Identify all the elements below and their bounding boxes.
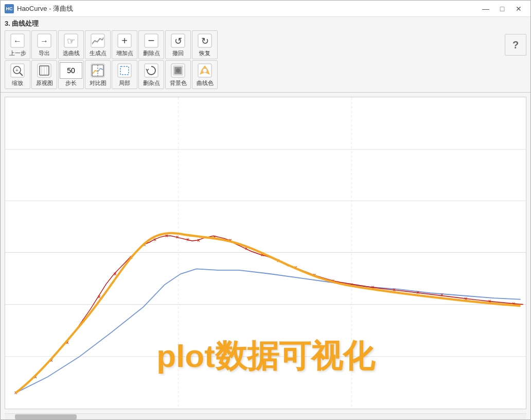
compare-icon	[90, 62, 106, 79]
toolbar-row-1: ← 上一步 → 导出 ☞ 选曲线	[5, 30, 526, 59]
generate-points-label: 生成点	[90, 50, 107, 57]
bg-color-icon	[170, 62, 186, 79]
export-label: 导出	[39, 50, 50, 57]
original-view-icon	[36, 62, 52, 79]
generate-points-icon	[90, 32, 106, 49]
svg-rect-29	[145, 64, 158, 77]
minimize-button[interactable]: —	[478, 4, 493, 14]
curve-color-icon	[197, 62, 213, 79]
section-title: 3. 曲线处理	[5, 19, 526, 28]
help-label: ?	[512, 39, 519, 51]
delete-point-icon: −	[143, 32, 160, 49]
svg-point-33	[176, 68, 180, 73]
partial-icon	[116, 62, 133, 79]
original-view-label: 原视图	[36, 80, 53, 86]
curve-color-button[interactable]: 曲线色	[192, 60, 218, 89]
curve-color-label: 曲线色	[197, 80, 214, 86]
bg-color-button[interactable]: 背景色	[165, 60, 191, 89]
main-window: HC HaoCurve - 薄曲线 — □ ✕ 3. 曲线处理 ← 上一步 → …	[0, 0, 531, 420]
bg-color-label: 背景色	[170, 80, 187, 86]
svg-text:→: →	[40, 37, 48, 45]
svg-text:☞: ☞	[67, 36, 75, 46]
app-logo: HC	[5, 4, 14, 13]
generate-points-button[interactable]: 生成点	[85, 30, 111, 59]
delete-point-button[interactable]: − 删除点	[138, 30, 164, 59]
svg-point-36	[203, 68, 207, 73]
partial-button[interactable]: 局部	[112, 60, 137, 89]
svg-text:+: +	[15, 67, 19, 73]
back-label: 上一步	[9, 50, 26, 57]
chart-svg	[5, 97, 526, 409]
step-input[interactable]	[60, 62, 82, 79]
window-controls: — □ ✕	[478, 4, 526, 14]
select-curve-icon: ☞	[63, 32, 79, 49]
svg-text:+: +	[121, 35, 128, 46]
clear-points-label: 删杂点	[143, 80, 160, 86]
horizontal-scrollbar[interactable]	[5, 413, 526, 419]
chart-canvas: plot数据可视化	[5, 97, 526, 409]
export-button[interactable]: → 导出	[31, 30, 57, 59]
compare-button[interactable]: 对比图	[85, 60, 111, 89]
redo-icon: ↻	[197, 32, 213, 49]
svg-text:←: ←	[13, 37, 22, 45]
back-icon: ←	[9, 32, 26, 49]
add-point-button[interactable]: + 增加点	[112, 30, 137, 59]
add-point-icon: +	[116, 32, 133, 49]
zoom-icon: +	[9, 62, 26, 79]
redo-label: 恢复	[199, 50, 210, 57]
original-view-button[interactable]: 原视图	[31, 60, 57, 89]
zoom-label: 缩放	[12, 80, 23, 86]
select-curve-label: 选曲线	[63, 50, 80, 57]
partial-label: 局部	[119, 80, 130, 86]
window-title: HaoCurve - 薄曲线	[17, 4, 478, 13]
undo-button[interactable]: ↺ 撤回	[165, 30, 191, 59]
select-curve-button[interactable]: ☞ 选曲线	[58, 30, 84, 59]
svg-text:↻: ↻	[201, 36, 209, 46]
step-label: 步长	[65, 80, 77, 86]
undo-icon: ↺	[170, 32, 186, 49]
svg-text:↺: ↺	[174, 36, 182, 46]
export-icon: →	[36, 32, 52, 49]
redo-button[interactable]: ↻ 恢复	[192, 30, 218, 59]
svg-text:−: −	[148, 34, 155, 47]
add-point-label: 增加点	[116, 50, 133, 57]
maximize-button[interactable]: □	[494, 4, 510, 14]
scrollbar-thumb[interactable]	[15, 414, 77, 419]
clear-points-icon	[143, 62, 160, 79]
step-button[interactable]: 步长	[58, 60, 84, 89]
clear-points-button[interactable]: 删杂点	[138, 60, 164, 89]
svg-rect-27	[118, 64, 131, 77]
close-button[interactable]: ✕	[511, 4, 526, 14]
toolbar-row-2: + 缩放 原视图 步长	[5, 60, 526, 89]
back-button[interactable]: ← 上一步	[5, 30, 30, 59]
delete-point-label: 删除点	[143, 50, 160, 57]
compare-label: 对比图	[90, 80, 107, 86]
undo-label: 撤回	[172, 50, 184, 57]
svg-rect-37	[5, 97, 526, 409]
help-button[interactable]: ?	[505, 34, 526, 56]
toolbar-section: 3. 曲线处理 ← 上一步 → 导出 ☞ 选曲线	[1, 17, 530, 93]
title-bar: HC HaoCurve - 薄曲线 — □ ✕	[1, 1, 530, 17]
zoom-button[interactable]: + 缩放	[5, 60, 30, 89]
